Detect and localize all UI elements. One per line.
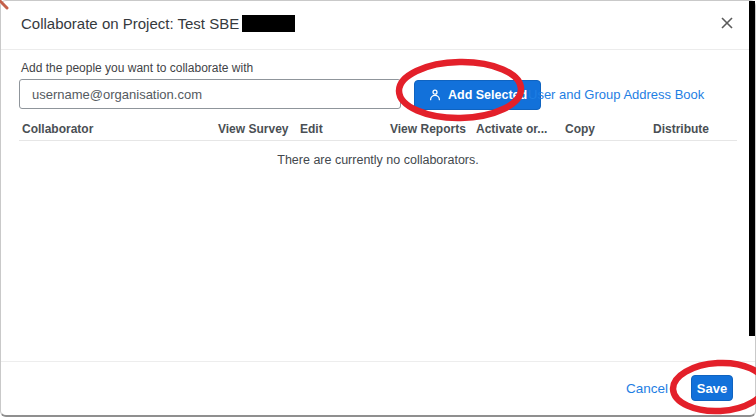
collaborate-dialog: Collaborate on Project: Test SBE Add the… bbox=[0, 0, 756, 417]
column-header-view-reports: View Reports bbox=[390, 122, 476, 136]
footer-divider bbox=[1, 361, 755, 362]
table-header-divider bbox=[19, 140, 737, 141]
cancel-button[interactable]: Cancel bbox=[626, 381, 668, 396]
column-header-view-survey: View Survey bbox=[218, 122, 300, 136]
page-title-text: Collaborate on Project: Test SBE bbox=[21, 15, 239, 32]
add-people-label: Add the people you want to collaborate w… bbox=[21, 61, 253, 75]
right-edge-redaction-bar bbox=[749, 1, 755, 336]
column-header-distribute: Distribute bbox=[653, 122, 737, 136]
save-button[interactable]: Save bbox=[691, 375, 733, 401]
person-icon bbox=[428, 88, 442, 102]
collaborator-table-header: Collaborator View Survey Edit View Repor… bbox=[1, 122, 755, 136]
close-button[interactable] bbox=[718, 15, 736, 33]
column-header-edit: Edit bbox=[300, 122, 390, 136]
add-selected-label: Add Selected bbox=[448, 88, 527, 102]
close-icon bbox=[720, 16, 734, 33]
title-redaction-box bbox=[242, 15, 295, 32]
empty-collaborators-message: There are currently no collaborators. bbox=[1, 153, 755, 167]
address-book-link[interactable]: User and Group Address Book bbox=[528, 87, 704, 102]
dialog-header: Collaborate on Project: Test SBE bbox=[1, 1, 755, 50]
add-selected-button[interactable]: Add Selected bbox=[414, 80, 541, 110]
column-header-activate: Activate or... bbox=[476, 122, 565, 136]
column-header-collaborator: Collaborator bbox=[22, 122, 218, 136]
column-header-copy: Copy bbox=[565, 122, 653, 136]
page-title: Collaborate on Project: Test SBE bbox=[21, 15, 295, 32]
collaborator-email-input[interactable] bbox=[19, 79, 401, 109]
